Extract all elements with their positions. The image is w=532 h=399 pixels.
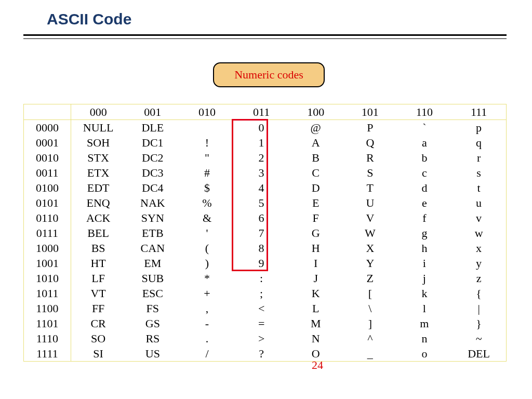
- cell: VT: [71, 286, 125, 301]
- cell: +: [180, 286, 234, 301]
- table-row: 1111SIUS/?O_oDEL: [24, 346, 506, 361]
- cell: i: [397, 256, 452, 271]
- cell: ?: [234, 346, 289, 361]
- cell: r: [451, 150, 506, 165]
- row-label: 1000: [24, 241, 71, 256]
- row-label: 0000: [24, 120, 71, 136]
- cell: v: [451, 210, 506, 225]
- row-label: 1110: [24, 331, 71, 346]
- cell: B: [288, 150, 343, 165]
- cell: ,: [180, 301, 234, 316]
- cell: E: [288, 195, 343, 210]
- cell: ETX: [71, 165, 125, 180]
- cell: :: [234, 271, 289, 286]
- cell: CR: [71, 316, 125, 331]
- table-row: 0000NULLDLE0@P`p: [24, 120, 506, 136]
- cell: US: [126, 346, 180, 361]
- cell: DC3: [126, 165, 180, 180]
- cell: FF: [71, 301, 125, 316]
- cell: |: [451, 301, 506, 316]
- cell: FS: [126, 301, 180, 316]
- cell: k: [397, 286, 452, 301]
- slide-title: ASCII Code: [47, 10, 131, 28]
- col-header: 011: [234, 104, 289, 120]
- page-number: 24: [312, 358, 323, 372]
- row-label: 0101: [24, 195, 71, 210]
- cell: p: [451, 120, 506, 136]
- table-row: 1110SORS.>N^n~: [24, 331, 506, 346]
- cell: 2: [234, 150, 289, 165]
- callout-numeric-codes: Numeric codes: [213, 62, 325, 87]
- cell: 6: [234, 210, 289, 225]
- table-row: 0100EDTDC4$4DTdt: [24, 180, 506, 195]
- cell: ~: [451, 331, 506, 346]
- ascii-table: 000 001 010 011 100 101 110 111 0000NULL…: [24, 104, 506, 361]
- cell: s: [451, 165, 506, 180]
- cell: X: [343, 241, 397, 256]
- divider-thick: [23, 34, 507, 36]
- cell: R: [343, 150, 397, 165]
- cell: (: [180, 241, 234, 256]
- cell: `: [397, 120, 452, 136]
- divider-thin: [23, 38, 507, 39]
- table-header-row: 000 001 010 011 100 101 110 111: [24, 104, 506, 120]
- cell: ": [180, 150, 234, 165]
- cell: c: [397, 165, 452, 180]
- cell: m: [397, 316, 452, 331]
- cell: q: [451, 135, 506, 150]
- cell: ;: [234, 286, 289, 301]
- cell: @: [288, 120, 343, 136]
- row-label: 0001: [24, 135, 71, 150]
- cell: t: [451, 180, 506, 195]
- table-row: 1011VTESC+;K[k{: [24, 286, 506, 301]
- cell: ^: [343, 331, 397, 346]
- cell: HT: [71, 256, 125, 271]
- cell: S: [343, 165, 397, 180]
- cell: w: [451, 225, 506, 241]
- cell: I: [288, 256, 343, 271]
- cell: o: [397, 346, 452, 361]
- cell: Q: [343, 135, 397, 150]
- cell: 1: [234, 135, 289, 150]
- cell: #: [180, 165, 234, 180]
- row-label: 1001: [24, 256, 71, 271]
- col-header: 101: [343, 104, 397, 120]
- row-label: 0111: [24, 225, 71, 241]
- row-label: 0011: [24, 165, 71, 180]
- cell: P: [343, 120, 397, 136]
- table-row: 0001SOHDC1!1AQaq: [24, 135, 506, 150]
- cell: DC1: [126, 135, 180, 150]
- cell: BEL: [71, 225, 125, 241]
- cell: N: [288, 331, 343, 346]
- table-row: 1010LFSUB*:JZjz: [24, 271, 506, 286]
- cell: DLE: [126, 120, 180, 136]
- cell: DC4: [126, 180, 180, 195]
- cell: NULL: [71, 120, 125, 136]
- cell: V: [343, 210, 397, 225]
- row-label: 1010: [24, 271, 71, 286]
- cell: >: [234, 331, 289, 346]
- col-header: 000: [71, 104, 125, 120]
- cell: d: [397, 180, 452, 195]
- cell: .: [180, 331, 234, 346]
- cell: 8: [234, 241, 289, 256]
- col-header: 100: [288, 104, 343, 120]
- col-header: 001: [126, 104, 180, 120]
- cell: 0: [234, 120, 289, 136]
- cell: &: [180, 210, 234, 225]
- cell: x: [451, 241, 506, 256]
- cell: ': [180, 225, 234, 241]
- table-row: 0101ENQNAK%5EUeu: [24, 195, 506, 210]
- cell: 4: [234, 180, 289, 195]
- cell: U: [343, 195, 397, 210]
- cell: SOH: [71, 135, 125, 150]
- cell: }: [451, 316, 506, 331]
- cell: Y: [343, 256, 397, 271]
- row-label: 0110: [24, 210, 71, 225]
- cell: C: [288, 165, 343, 180]
- cell: ]: [343, 316, 397, 331]
- row-label: 0100: [24, 180, 71, 195]
- cell: b: [397, 150, 452, 165]
- cell: SO: [71, 331, 125, 346]
- cell: STX: [71, 150, 125, 165]
